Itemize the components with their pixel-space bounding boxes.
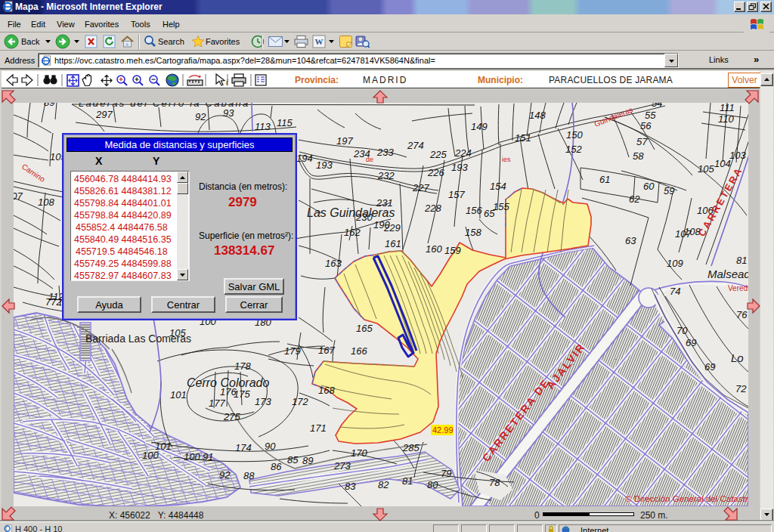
svg-text:108: 108 bbox=[38, 196, 54, 208]
svg-text:274: 274 bbox=[407, 140, 424, 151]
svg-text:Laderas del Cerro la Cabaña: Laderas del Cerro la Cabaña bbox=[79, 103, 249, 109]
svg-text:105: 105 bbox=[698, 163, 714, 175]
svg-text:225: 225 bbox=[429, 149, 447, 160]
svg-text:226: 226 bbox=[427, 167, 444, 178]
svg-text:109: 109 bbox=[667, 258, 683, 269]
svg-text:175: 175 bbox=[234, 388, 250, 400]
svg-text:59: 59 bbox=[664, 185, 674, 196]
svg-text:ies: ies bbox=[502, 156, 511, 163]
svg-text:173: 173 bbox=[255, 396, 271, 407]
svg-text:297: 297 bbox=[95, 109, 113, 120]
svg-text:57: 57 bbox=[636, 136, 648, 147]
svg-text:63: 63 bbox=[625, 235, 636, 246]
svg-text:111: 111 bbox=[720, 103, 735, 113]
svg-text:151: 151 bbox=[515, 132, 531, 144]
svg-text:103: 103 bbox=[729, 150, 746, 161]
svg-text:69: 69 bbox=[686, 337, 696, 348]
svg-text:193: 193 bbox=[451, 162, 468, 173]
svg-text:179: 179 bbox=[284, 345, 301, 357]
svg-text:177: 177 bbox=[209, 397, 225, 409]
svg-text:170: 170 bbox=[351, 447, 367, 459]
svg-text:172: 172 bbox=[292, 396, 308, 407]
svg-text:152: 152 bbox=[565, 144, 582, 155]
svg-text:42.99: 42.99 bbox=[432, 425, 454, 435]
svg-text:70: 70 bbox=[676, 325, 688, 336]
svg-text:165: 165 bbox=[356, 323, 373, 334]
svg-text:148: 148 bbox=[529, 110, 546, 121]
svg-text:275: 275 bbox=[223, 411, 240, 422]
svg-text:de: de bbox=[366, 156, 373, 163]
svg-text:162: 162 bbox=[344, 227, 361, 238]
svg-text:285: 285 bbox=[402, 442, 420, 453]
svg-text:76: 76 bbox=[736, 309, 748, 320]
svg-text:115: 115 bbox=[277, 117, 293, 128]
svg-text:232: 232 bbox=[377, 170, 395, 181]
svg-text:167: 167 bbox=[318, 345, 335, 356]
svg-text:Barriada Las Comeras: Barriada Las Comeras bbox=[85, 332, 191, 345]
svg-text:150: 150 bbox=[566, 129, 583, 141]
svg-text:178: 178 bbox=[234, 360, 251, 372]
svg-text:772: 772 bbox=[45, 296, 62, 308]
svg-text:113: 113 bbox=[255, 121, 271, 132]
svg-text:62: 62 bbox=[629, 193, 640, 205]
svg-text:154: 154 bbox=[490, 181, 506, 192]
svg-text:168: 168 bbox=[318, 385, 335, 396]
svg-text:Lo: Lo bbox=[731, 351, 744, 364]
svg-text:92: 92 bbox=[195, 111, 206, 122]
svg-text:149: 149 bbox=[471, 121, 488, 132]
svg-text:86: 86 bbox=[271, 461, 282, 472]
svg-text:89: 89 bbox=[44, 103, 54, 108]
svg-text:Cerro Colorado: Cerro Colorado bbox=[187, 376, 269, 389]
svg-text:229: 229 bbox=[383, 222, 401, 234]
svg-text:88: 88 bbox=[243, 470, 255, 481]
svg-text:56: 56 bbox=[640, 120, 652, 131]
svg-text:100: 100 bbox=[142, 450, 159, 461]
svg-text:90: 90 bbox=[265, 441, 276, 452]
svg-text:157: 157 bbox=[448, 189, 465, 200]
svg-text:224: 224 bbox=[454, 147, 472, 159]
svg-text:227: 227 bbox=[412, 182, 429, 193]
svg-text:74: 74 bbox=[670, 286, 680, 297]
svg-text:60: 60 bbox=[643, 181, 655, 192]
svg-text:69: 69 bbox=[704, 361, 715, 373]
svg-text:155: 155 bbox=[493, 201, 509, 212]
svg-text:194: 194 bbox=[296, 153, 313, 164]
svg-text:80: 80 bbox=[427, 479, 438, 490]
svg-text:79: 79 bbox=[441, 468, 451, 479]
svg-text:61: 61 bbox=[599, 174, 610, 185]
svg-text:101: 101 bbox=[170, 389, 187, 401]
svg-text:72: 72 bbox=[735, 383, 747, 394]
svg-text:Las Guindaleras: Las Guindaleras bbox=[307, 206, 395, 219]
svg-text:58: 58 bbox=[633, 150, 644, 162]
svg-text:© Dirección General del Catast: © Dirección General del Catastro bbox=[625, 494, 748, 503]
svg-text:92: 92 bbox=[219, 469, 231, 481]
svg-text:85: 85 bbox=[287, 454, 299, 466]
svg-text:160: 160 bbox=[426, 243, 442, 255]
svg-text:228: 228 bbox=[424, 203, 441, 214]
svg-text:171: 171 bbox=[310, 422, 327, 434]
svg-text:W: W bbox=[315, 37, 324, 46]
svg-text:55: 55 bbox=[645, 110, 656, 121]
svg-text:91: 91 bbox=[203, 451, 213, 462]
svg-text:273: 273 bbox=[333, 460, 351, 472]
svg-text:107: 107 bbox=[14, 190, 23, 202]
svg-text:78: 78 bbox=[489, 477, 500, 488]
svg-text:174: 174 bbox=[235, 442, 252, 453]
svg-text:82: 82 bbox=[378, 479, 389, 490]
svg-text:159: 159 bbox=[444, 245, 461, 256]
svg-text:104: 104 bbox=[714, 158, 731, 169]
svg-text:83: 83 bbox=[345, 481, 356, 492]
svg-text:233: 233 bbox=[376, 147, 394, 158]
svg-text:161: 161 bbox=[385, 238, 401, 249]
svg-text:110: 110 bbox=[718, 113, 734, 125]
svg-text:81: 81 bbox=[402, 475, 413, 487]
svg-text:Vereda: Vereda bbox=[728, 284, 748, 292]
svg-text:93: 93 bbox=[223, 107, 234, 119]
svg-text:81: 81 bbox=[736, 255, 747, 266]
svg-text:Malsead: Malsead bbox=[707, 268, 748, 280]
svg-text:158: 158 bbox=[465, 227, 481, 238]
svg-text:54: 54 bbox=[652, 103, 662, 109]
svg-text:156: 156 bbox=[466, 205, 482, 216]
svg-text:193: 193 bbox=[316, 159, 333, 171]
svg-text:166: 166 bbox=[351, 345, 367, 357]
